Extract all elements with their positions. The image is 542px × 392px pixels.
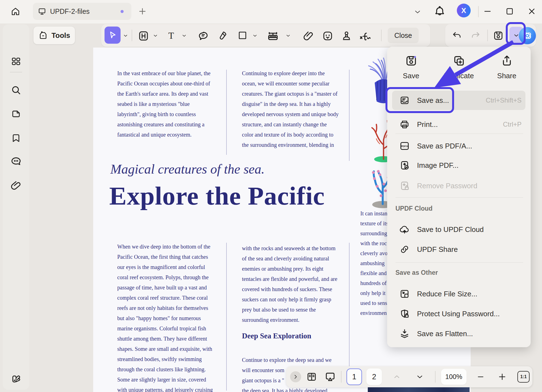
menu-duplicate-action[interactable]: Duplicate	[435, 51, 483, 80]
menu-item-protect-password[interactable]: Protect Using Password...	[392, 305, 525, 323]
stamp-icon	[341, 30, 352, 42]
heading-tool-button[interactable]	[138, 30, 149, 42]
close-document-button[interactable]: Close	[388, 28, 419, 43]
minimize-button[interactable]	[483, 7, 492, 16]
sidebar-item-comments[interactable]	[9, 155, 23, 168]
duplicate-icon	[453, 54, 465, 67]
sidebar-item-attachments[interactable]	[9, 179, 23, 192]
select-tool-button[interactable]	[105, 27, 121, 44]
share-icon	[501, 54, 513, 67]
previous-page-button[interactable]	[392, 373, 402, 381]
tab-list-button[interactable]	[413, 8, 422, 16]
signature-tool-button[interactable]	[358, 30, 373, 43]
actual-size-button[interactable]: 1:1	[517, 371, 530, 383]
sticker-tool-button[interactable]	[322, 30, 333, 42]
menu-item-print[interactable]: Print... Ctrl+P	[392, 116, 525, 133]
highlight-save-dropdown	[506, 22, 526, 45]
cursor-icon	[108, 30, 117, 40]
toolbar-divider	[487, 30, 488, 41]
zoom-level-button[interactable]: 100%	[441, 369, 467, 385]
search-icon	[11, 85, 22, 96]
swatches-icon	[11, 373, 22, 384]
page-navigation-bar: 1 2 100% 1:1	[286, 366, 532, 387]
comment-tool-button[interactable]	[197, 30, 209, 42]
sidebar-item-search[interactable]	[9, 83, 23, 97]
bell-icon	[434, 5, 446, 17]
menu-item-label: Image PDF...	[417, 161, 458, 170]
avatar[interactable]: X	[457, 4, 471, 17]
sidebar-item-panels[interactable]	[9, 55, 23, 68]
menu-share-label: Share	[497, 72, 516, 80]
zoom-in-button[interactable]	[497, 372, 507, 382]
shape-tool-button[interactable]	[237, 30, 248, 41]
close-window-button[interactable]	[527, 7, 536, 16]
doc-column-divider	[226, 70, 227, 155]
text-icon: T	[165, 30, 177, 42]
presentation-mode-button[interactable]	[324, 371, 337, 382]
menu-save-label: Save	[403, 72, 419, 80]
next-page-button[interactable]	[415, 373, 425, 381]
sticker-icon	[322, 30, 333, 42]
chevron-down-icon	[252, 33, 258, 38]
book-icon	[306, 371, 317, 382]
flatten-icon	[399, 328, 410, 339]
menu-item-image-pdf[interactable]: Image PDF...	[392, 156, 525, 174]
heading-tool-dropdown[interactable]	[153, 33, 158, 38]
attach-tool-button[interactable]	[303, 30, 314, 42]
page-number: 1	[352, 373, 356, 381]
stamp-tool-button[interactable]	[341, 30, 352, 42]
menu-item-reduce-file-size[interactable]: Reduce File Size...	[392, 285, 525, 303]
tools-button[interactable]: Tools	[33, 27, 75, 44]
menu-item-save-to-cloud[interactable]: Save to UPDF Cloud	[392, 221, 525, 238]
menu-save-action[interactable]: Save	[387, 51, 435, 80]
menu-item-label: Remove Password	[417, 182, 477, 190]
menu-quick-actions: Save Duplicate Share	[387, 51, 531, 80]
sidebar-item-stickers[interactable]	[9, 372, 23, 385]
menu-share-action[interactable]: Share	[483, 51, 531, 80]
menu-item-updf-share[interactable]: UPDF Share	[392, 241, 525, 258]
select-tool-dropdown[interactable]	[123, 33, 128, 38]
sidebar-item-thumbnails[interactable]	[9, 107, 23, 121]
svg-text:T: T	[168, 30, 174, 41]
doc-column-divider	[349, 243, 350, 369]
page-icon	[11, 109, 21, 119]
pen-tool-button[interactable]	[217, 30, 228, 41]
doc-column-divider	[349, 70, 350, 161]
redo-button[interactable]	[471, 31, 481, 41]
page-1-button[interactable]: 1	[346, 369, 362, 385]
home-button[interactable]	[8, 4, 23, 19]
grid-icon	[11, 56, 21, 67]
measure-tool-dropdown[interactable]	[285, 33, 291, 38]
reading-mode-button[interactable]	[306, 371, 318, 382]
sidebar-item-bookmarks[interactable]	[9, 132, 23, 145]
pen-icon	[217, 30, 228, 41]
text-tool-button[interactable]: T	[165, 30, 177, 42]
shape-tool-dropdown[interactable]	[252, 33, 258, 38]
zoom-out-button[interactable]	[475, 373, 486, 381]
new-tab-button[interactable]	[138, 7, 147, 16]
reduce-size-icon	[399, 289, 410, 299]
menu-item-save-as-pdfa[interactable]: PDF/A Save as PDF/A...	[392, 137, 525, 155]
zoom-level: 100%	[445, 373, 462, 381]
page-number: 2	[372, 373, 376, 381]
doc-subtitle: Magical creatures of the sea.	[110, 161, 265, 177]
page-2-button[interactable]: 2	[366, 369, 382, 385]
chevron-down-icon	[285, 33, 291, 38]
printer-icon	[399, 119, 410, 130]
undo-button[interactable]	[452, 31, 462, 41]
menu-item-label: UPDF Share	[417, 245, 458, 254]
paperclip-icon	[303, 30, 314, 42]
document-tab[interactable]: UPDF-2-files	[33, 3, 131, 20]
notifications-button[interactable]	[434, 5, 446, 17]
edit-toolbar: T	[101, 24, 430, 47]
save-button[interactable]	[493, 30, 504, 41]
tools-label: Tools	[51, 31, 70, 40]
measure-tool-button[interactable]	[267, 30, 279, 43]
menu-item-save-as-flatten[interactable]: Save as Flatten...	[392, 325, 525, 343]
toolbar-divider	[132, 30, 132, 41]
maximize-button[interactable]	[505, 7, 514, 16]
save-icon	[405, 54, 418, 67]
expand-bar-button[interactable]	[290, 371, 301, 382]
text-tool-dropdown[interactable]	[181, 33, 187, 38]
rectangle-icon	[237, 30, 248, 41]
